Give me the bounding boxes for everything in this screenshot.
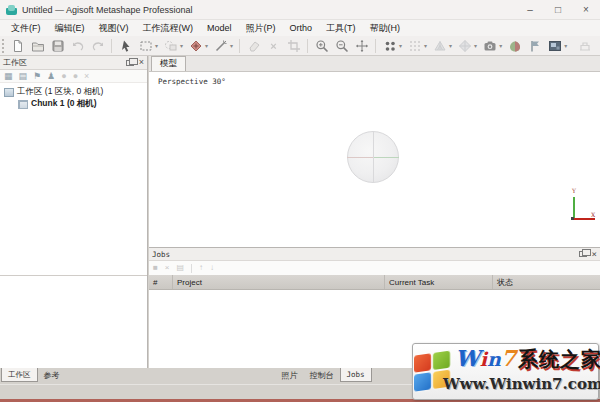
point-cloud-caret-icon[interactable]: ▾: [399, 42, 402, 49]
mesh-view-caret-icon[interactable]: ▾: [449, 42, 452, 49]
toolbar-separator: [307, 39, 308, 53]
tab-console[interactable]: 控制台: [304, 368, 340, 382]
menu-view[interactable]: 视图(V): [92, 22, 136, 35]
new-project-icon[interactable]: [10, 38, 25, 53]
textured-model-view-icon[interactable]: [507, 38, 522, 53]
watermark-letter: i: [480, 348, 487, 370]
column-status[interactable]: 状态: [493, 275, 600, 289]
close-button[interactable]: ×: [572, 0, 600, 20]
mesh-view-icon[interactable]: [432, 38, 447, 53]
menu-help[interactable]: 帮助(H): [363, 22, 408, 35]
toolbar-separator: [111, 39, 112, 53]
menu-edit[interactable]: 编辑(E): [48, 22, 92, 35]
menu-tools[interactable]: 工具(T): [319, 22, 363, 35]
reset-view-icon[interactable]: [354, 38, 369, 53]
measure-tool-caret-icon[interactable]: ▾: [230, 42, 233, 49]
windows-logo-pane-green: [433, 351, 450, 370]
main-toolbar: ▾ ▾ ▾ ▾ × ▾ ▾ ▾ ▾ ▾ ▾: [0, 36, 600, 56]
tiled-model-caret-icon[interactable]: ▾: [474, 42, 477, 49]
watermark-letter: 7: [501, 345, 516, 371]
toolbar-grip[interactable]: [2, 39, 4, 53]
column-number[interactable]: #: [149, 275, 173, 289]
tree-root-workspace[interactable]: 工作区 (1 区块, 0 相机): [0, 86, 147, 98]
axis-y-label: Y: [572, 187, 576, 194]
job-view-icon[interactable]: ▤: [177, 264, 185, 272]
jobs-close-icon[interactable]: ×: [592, 250, 597, 259]
object-gizmo-icon[interactable]: [188, 38, 203, 53]
navigation-tool-icon[interactable]: [118, 38, 133, 53]
add-photos-icon[interactable]: ▤: [19, 72, 28, 81]
add-chunk-icon[interactable]: ▦: [4, 72, 13, 81]
left-panel-divider[interactable]: [0, 275, 147, 276]
jobs-float-icon[interactable]: [579, 251, 587, 257]
undo-icon[interactable]: [70, 38, 85, 53]
tab-photos[interactable]: 照片: [276, 368, 304, 382]
ortho-view-caret-icon[interactable]: ▾: [564, 42, 567, 49]
rectangle-selection-caret-icon[interactable]: ▾: [155, 42, 158, 49]
zoom-in-icon[interactable]: [314, 38, 329, 53]
workspace-tree: 工作区 (1 区块, 0 相机) Chunk 1 (0 相机): [0, 83, 147, 110]
tab-workspace[interactable]: 工作区: [1, 368, 38, 382]
workspace-node-label: 工作区 (1 区块, 0 相机): [17, 86, 103, 98]
eraser-icon[interactable]: [246, 38, 261, 53]
add-marker-icon[interactable]: ⚑: [33, 72, 41, 81]
column-current-task[interactable]: Current Task: [385, 275, 493, 289]
tab-reference[interactable]: 参考: [38, 368, 66, 382]
job-move-down-icon[interactable]: ↓: [210, 264, 214, 272]
delete-icon[interactable]: ×: [266, 38, 281, 53]
job-cancel-icon[interactable]: ×: [165, 264, 170, 272]
axis-x-line: [573, 218, 595, 220]
point-cloud-view-icon[interactable]: [382, 38, 397, 53]
watermark-title: W i n 7 系统之家: [455, 345, 600, 373]
show-markers-icon[interactable]: [527, 38, 542, 53]
column-project[interactable]: Project: [173, 275, 385, 289]
measure-tool-icon[interactable]: [213, 38, 228, 53]
menu-file[interactable]: 文件(F): [4, 22, 48, 35]
object-gizmo-caret-icon[interactable]: ▾: [205, 42, 208, 49]
crop-region-icon[interactable]: [286, 38, 301, 53]
toolbar-separator: [375, 39, 376, 53]
perspective-label: Perspective 30°: [158, 77, 226, 86]
rectangle-selection-icon[interactable]: [138, 38, 153, 53]
menu-photo[interactable]: 照片(P): [239, 22, 283, 35]
window-title: Untitled — Agisoft Metashape Professiona…: [22, 5, 193, 15]
workspace-panel: 工作区 × ▦ ▤ ⚑ ♟ ● ● × 工作区 (1 区块, 0 相机) Chu…: [0, 56, 148, 368]
minimize-button[interactable]: –: [516, 0, 544, 20]
tiled-model-view-icon[interactable]: [457, 38, 472, 53]
save-project-icon[interactable]: [50, 38, 65, 53]
job-run-icon[interactable]: ■: [153, 264, 158, 272]
chunk-node-label: Chunk 1 (0 相机): [31, 98, 97, 110]
redo-icon[interactable]: [90, 38, 105, 53]
enable-item-icon[interactable]: ●: [61, 72, 66, 81]
shape-selection-caret-icon[interactable]: ▾: [180, 42, 183, 49]
menu-workflow[interactable]: 工作流程(W): [136, 22, 201, 35]
capture-view-caret-icon[interactable]: ▾: [499, 42, 502, 49]
tab-model[interactable]: 模型: [151, 56, 186, 71]
ortho-view-icon[interactable]: [547, 38, 562, 53]
tab-model-label: 模型: [160, 58, 177, 70]
disable-item-icon[interactable]: ●: [73, 72, 78, 81]
dense-cloud-caret-icon[interactable]: ▾: [424, 42, 427, 49]
model-viewport[interactable]: Perspective 30° Y X: [149, 72, 600, 247]
zoom-out-icon[interactable]: [334, 38, 349, 53]
tab-jobs[interactable]: Jobs: [340, 368, 372, 382]
job-move-up-icon[interactable]: ↑: [199, 264, 203, 272]
menu-model[interactable]: Model: [200, 23, 239, 33]
menu-ortho[interactable]: Ortho: [283, 23, 320, 33]
maximize-button[interactable]: □: [544, 0, 572, 20]
axis-y-line: [573, 197, 575, 219]
misc-tool-icon[interactable]: [577, 38, 592, 53]
remove-item-icon[interactable]: ×: [84, 72, 89, 81]
add-scalebar-icon[interactable]: ♟: [47, 72, 55, 81]
chunk-node-icon: [18, 100, 28, 109]
open-project-icon[interactable]: [30, 38, 45, 53]
watermark-url: Www.Winwin7.com: [443, 375, 598, 393]
shape-selection-icon[interactable]: [163, 38, 178, 53]
workspace-close-icon[interactable]: ×: [139, 58, 144, 67]
dense-cloud-view-icon[interactable]: [407, 38, 422, 53]
capture-view-icon[interactable]: [482, 38, 497, 53]
workspace-float-icon[interactable]: [126, 60, 134, 66]
watermark-card: W i n 7 系统之家 Www.Winwin7.com: [412, 343, 599, 400]
tree-node-chunk[interactable]: Chunk 1 (0 相机): [0, 98, 147, 110]
jobs-column-header: # Project Current Task 状态: [149, 275, 600, 290]
